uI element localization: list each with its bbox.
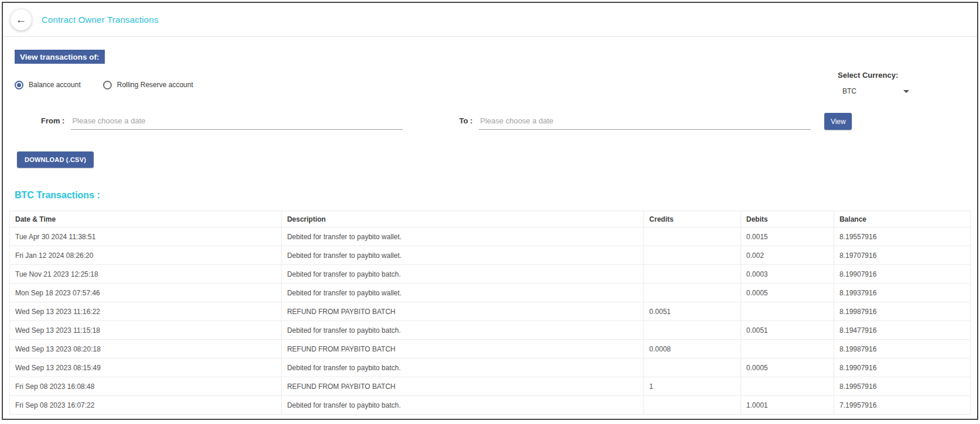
column-header-debits: Debits bbox=[741, 211, 834, 227]
filters-section: View transactions of: Balance accountRol… bbox=[3, 37, 977, 201]
column-header-balance: Balance bbox=[834, 211, 970, 227]
cell-balance: 7.19957916 bbox=[834, 396, 970, 415]
page-title: Contract Owner Transactions bbox=[42, 15, 159, 25]
table-row: Tue Nov 21 2023 12:25:18Debited for tran… bbox=[10, 265, 971, 284]
cell-description: Debited for transfer to paybito batch. bbox=[282, 265, 644, 284]
cell-description: Debited for transfer to paybito batch. bbox=[282, 358, 644, 377]
cell-balance: 8.19987916 bbox=[834, 302, 970, 321]
table-row: Fri Sep 08 2023 16:08:48REFUND FROM PAYB… bbox=[10, 377, 971, 396]
cell-description: REFUND FROM PAYBITO BATCH bbox=[282, 340, 644, 358]
cell-datetime: Fri Jan 12 2024 08:26:20 bbox=[10, 246, 282, 265]
cell-credits bbox=[644, 321, 741, 340]
cell-debits: 0.0005 bbox=[741, 358, 834, 377]
cell-balance: 8.19557916 bbox=[834, 227, 970, 246]
cell-debits: 0.0005 bbox=[741, 284, 834, 302]
download-csv-button[interactable]: DOWNLOAD (.CSV) bbox=[17, 151, 94, 168]
cell-datetime: Wed Sep 13 2023 08:15:49 bbox=[10, 358, 282, 377]
cell-datetime: Tue Apr 30 2024 11:38:51 bbox=[10, 227, 282, 246]
cell-balance: 8.19987916 bbox=[834, 340, 970, 358]
currency-block: Select Currency: BTC bbox=[838, 71, 909, 95]
select-currency-label: Select Currency: bbox=[838, 71, 909, 80]
table-row: Wed Sep 13 2023 11:15:18Debited for tran… bbox=[10, 321, 971, 340]
btc-transactions-heading: BTC Transactions : bbox=[15, 190, 965, 201]
cell-datetime: Wed Sep 13 2023 08:20:18 bbox=[10, 340, 282, 358]
radio-rolling-reserve-account[interactable]: Rolling Reserve account bbox=[103, 81, 193, 89]
cell-datetime: Fri Sep 08 2023 16:08:48 bbox=[10, 377, 282, 396]
cell-credits: 0.0008 bbox=[644, 340, 741, 358]
cell-credits bbox=[644, 358, 741, 377]
cell-balance: 8.19707916 bbox=[834, 246, 970, 265]
cell-description: Debited for transfer to paybito batch. bbox=[282, 396, 644, 415]
chevron-down-icon bbox=[903, 90, 909, 93]
table-row: Mon Sep 18 2023 07:57:46Debited for tran… bbox=[10, 284, 971, 302]
cell-description: Debited for transfer to paybito wallet. bbox=[282, 227, 644, 246]
cell-credits bbox=[644, 396, 741, 415]
currency-dropdown[interactable]: BTC bbox=[838, 87, 909, 95]
cell-datetime: Wed Sep 13 2023 11:15:18 bbox=[10, 321, 282, 340]
back-arrow-icon: ← bbox=[16, 13, 27, 26]
table-row: Tue Apr 30 2024 11:38:51Debited for tran… bbox=[10, 227, 971, 246]
cell-debits: 0.0051 bbox=[741, 321, 834, 340]
column-header-description: Description bbox=[282, 211, 644, 227]
cell-debits bbox=[741, 302, 834, 321]
cell-debits: 1.0001 bbox=[741, 396, 834, 415]
cell-credits: 1 bbox=[644, 377, 741, 396]
cell-debits bbox=[741, 377, 834, 396]
cell-credits bbox=[644, 227, 741, 246]
radio-label: Balance account bbox=[29, 81, 81, 89]
cell-balance: 8.19907916 bbox=[834, 265, 970, 284]
cell-debits: 0.0015 bbox=[741, 227, 834, 246]
table-header-row: Date & Time Description Credits Debits B… bbox=[10, 211, 971, 227]
view-transactions-of-label: View transactions of: bbox=[15, 50, 105, 64]
column-header-datetime: Date & Time bbox=[10, 211, 282, 227]
account-type-radio-group: Balance accountRolling Reserve account bbox=[15, 71, 215, 95]
cell-datetime: Fri Sep 08 2023 16:07:22 bbox=[10, 396, 282, 415]
radio-circle-icon bbox=[15, 81, 23, 89]
cell-debits: 0.002 bbox=[741, 246, 834, 265]
cell-credits bbox=[644, 284, 741, 302]
cell-description: Debited for transfer to paybito wallet. bbox=[282, 284, 644, 302]
cell-credits bbox=[644, 265, 741, 284]
table-row: Wed Sep 13 2023 08:20:18REFUND FROM PAYB… bbox=[10, 340, 971, 358]
table-row: Wed Sep 13 2023 11:16:22REFUND FROM PAYB… bbox=[10, 302, 971, 321]
cell-description: Debited for transfer to paybito wallet. bbox=[282, 246, 644, 265]
cell-balance: 8.19477916 bbox=[834, 321, 970, 340]
cell-debits: 0.0003 bbox=[741, 265, 834, 284]
app-window: ← Contract Owner Transactions View trans… bbox=[2, 2, 978, 420]
cell-datetime: Mon Sep 18 2023 07:57:46 bbox=[10, 284, 282, 302]
radio-label: Rolling Reserve account bbox=[117, 81, 193, 89]
view-button[interactable]: View bbox=[824, 113, 852, 130]
cell-description: REFUND FROM PAYBITO BATCH bbox=[282, 302, 644, 321]
cell-datetime: Tue Nov 21 2023 12:25:18 bbox=[10, 265, 282, 284]
table-row: Fri Sep 08 2023 16:07:22Debited for tran… bbox=[10, 396, 971, 415]
table-row: Wed Sep 13 2023 08:15:49Debited for tran… bbox=[10, 358, 971, 377]
from-label: From : bbox=[41, 116, 64, 130]
cell-credits bbox=[644, 246, 741, 265]
cell-balance: 8.19907916 bbox=[834, 358, 970, 377]
radio-circle-icon bbox=[103, 81, 112, 89]
back-button[interactable]: ← bbox=[11, 9, 32, 30]
radio-balance-account[interactable]: Balance account bbox=[15, 81, 81, 89]
date-filter-row: From : To : View bbox=[15, 113, 965, 130]
cell-datetime: Wed Sep 13 2023 11:16:22 bbox=[10, 302, 282, 321]
to-date-input[interactable] bbox=[479, 113, 811, 130]
cell-debits bbox=[741, 340, 834, 358]
from-date-input[interactable] bbox=[71, 113, 403, 130]
cell-description: REFUND FROM PAYBITO BATCH bbox=[282, 377, 644, 396]
cell-description: Debited for transfer to paybito batch. bbox=[282, 321, 644, 340]
transactions-table-wrap: Date & Time Description Credits Debits B… bbox=[3, 211, 977, 415]
to-label: To : bbox=[459, 116, 472, 130]
currency-dropdown-value: BTC bbox=[842, 87, 856, 95]
cell-balance: 8.19937916 bbox=[834, 284, 970, 302]
transactions-table: Date & Time Description Credits Debits B… bbox=[9, 211, 971, 415]
top-header-bar: ← Contract Owner Transactions bbox=[3, 3, 977, 37]
table-row: Fri Jan 12 2024 08:26:20Debited for tran… bbox=[10, 246, 971, 265]
cell-balance: 8.19957916 bbox=[834, 377, 970, 396]
column-header-credits: Credits bbox=[644, 211, 741, 227]
cell-credits: 0.0051 bbox=[644, 302, 741, 321]
